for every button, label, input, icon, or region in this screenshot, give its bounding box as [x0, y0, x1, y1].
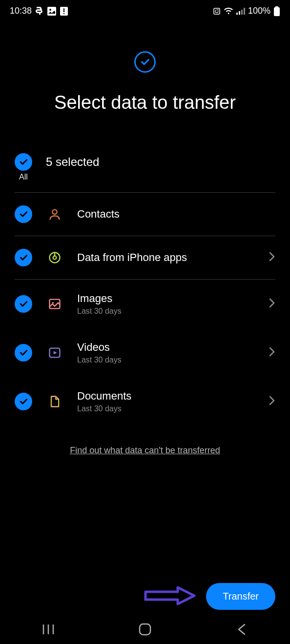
- recents-button[interactable]: [34, 620, 63, 639]
- list-item[interactable]: VideosLast 30 days: [15, 328, 275, 377]
- footer-link-text: Find out what data can't be transferred: [70, 445, 220, 455]
- list-item[interactable]: Data from iPhone apps: [15, 236, 275, 280]
- item-text: ImagesLast 30 days: [77, 292, 255, 316]
- documents-icon: [46, 395, 63, 408]
- images-icon: [46, 297, 63, 311]
- signal-icon: [236, 8, 245, 15]
- list-item[interactable]: ImagesLast 30 days: [15, 280, 275, 328]
- all-label: All: [19, 173, 28, 181]
- contacts-icon: [46, 207, 63, 221]
- sync-icon: [213, 7, 221, 15]
- status-bar: 10:38 100%: [0, 0, 290, 22]
- item-label: Documents: [77, 390, 255, 402]
- item-label: Videos: [77, 341, 255, 354]
- item-label: Images: [77, 292, 255, 305]
- svg-point-14: [53, 256, 57, 260]
- svg-rect-6: [236, 13, 238, 15]
- status-time: 10:38: [10, 6, 32, 16]
- check-icon: [15, 205, 32, 223]
- svg-rect-10: [275, 6, 278, 7]
- item-label: Contacts: [77, 208, 275, 221]
- check-circle-outline-icon: [134, 51, 156, 73]
- status-right: 100%: [213, 6, 280, 16]
- item-text: Contacts: [77, 208, 275, 221]
- battery-icon: [273, 6, 280, 16]
- alert-icon: [60, 7, 68, 16]
- apps-icon: [46, 251, 63, 264]
- check-icon: [15, 295, 32, 313]
- svg-rect-0: [47, 7, 56, 16]
- header: Select data to transfer: [0, 22, 290, 133]
- select-all-row[interactable]: All 5 selected: [15, 147, 275, 193]
- nav-bar: [0, 615, 290, 644]
- svg-rect-3: [63, 8, 64, 12]
- content: All 5 selected ContactsData from iPhone …: [0, 133, 290, 475]
- chevron-right-icon: [269, 251, 275, 264]
- chevron-right-icon: [269, 395, 275, 408]
- svg-point-1: [49, 9, 51, 11]
- svg-rect-11: [274, 7, 280, 16]
- item-label: Data from iPhone apps: [77, 251, 255, 264]
- item-text: VideosLast 30 days: [77, 341, 255, 364]
- transfer-button[interactable]: Transfer: [206, 583, 275, 610]
- page-title: Select data to transfer: [54, 92, 236, 113]
- footer-link[interactable]: Find out what data can't be transferred: [15, 426, 275, 475]
- check-icon: [15, 153, 32, 171]
- check-icon: [15, 249, 32, 266]
- svg-rect-21: [140, 624, 150, 635]
- svg-rect-15: [50, 300, 60, 309]
- item-text: Data from iPhone apps: [77, 251, 255, 264]
- chevron-right-icon: [269, 346, 275, 359]
- home-button[interactable]: [130, 620, 160, 639]
- chevron-right-icon: [269, 298, 275, 310]
- item-text: DocumentsLast 30 days: [77, 390, 255, 413]
- svg-rect-4: [63, 13, 64, 14]
- arrow-annotation-icon: [144, 585, 197, 608]
- picture-icon: [47, 7, 56, 16]
- list-item[interactable]: Contacts: [15, 193, 275, 236]
- item-sublabel: Last 30 days: [77, 404, 255, 413]
- svg-point-12: [52, 210, 57, 214]
- svg-rect-5: [214, 8, 220, 14]
- battery-text: 100%: [248, 6, 270, 16]
- selected-count: 5 selected: [46, 153, 99, 169]
- svg-rect-7: [239, 11, 240, 15]
- item-sublabel: Last 30 days: [77, 356, 255, 364]
- samsung-icon: [36, 7, 43, 16]
- svg-rect-8: [241, 10, 243, 15]
- videos-icon: [46, 346, 63, 360]
- check-icon: [15, 393, 32, 410]
- item-sublabel: Last 30 days: [77, 307, 255, 316]
- list-item[interactable]: DocumentsLast 30 days: [15, 377, 275, 426]
- status-left: 10:38: [10, 6, 68, 16]
- wifi-icon: [224, 7, 233, 15]
- svg-rect-9: [244, 8, 245, 15]
- check-icon: [15, 344, 32, 362]
- bottom-bar: Transfer: [0, 583, 290, 610]
- back-button[interactable]: [227, 620, 256, 639]
